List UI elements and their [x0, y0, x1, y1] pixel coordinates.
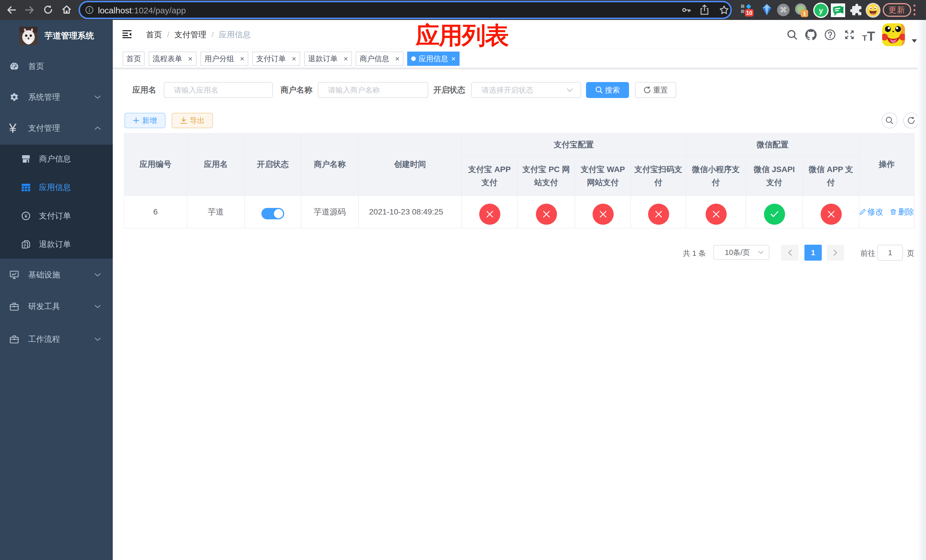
svg-text:1: 1 — [803, 11, 806, 17]
svg-text:10: 10 — [746, 10, 752, 16]
svg-text:y: y — [819, 6, 823, 15]
svg-text:⌘: ⌘ — [780, 6, 787, 14]
svg-text:¥: ¥ — [24, 213, 27, 219]
